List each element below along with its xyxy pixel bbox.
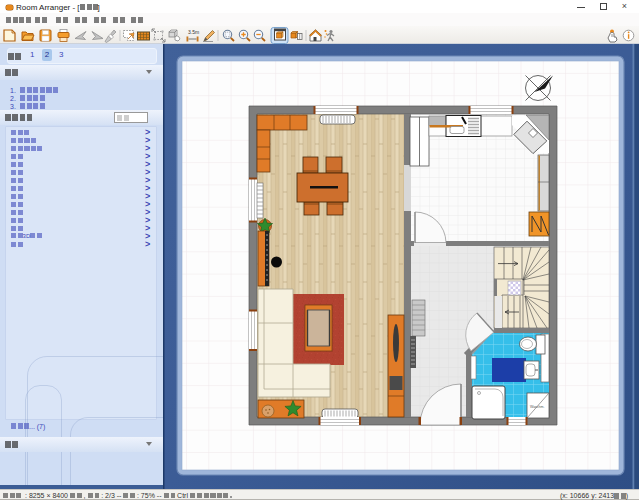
svg-text:Waschm.: Waschm. (530, 405, 544, 409)
svg-text:3.5m: 3.5m (188, 29, 199, 35)
